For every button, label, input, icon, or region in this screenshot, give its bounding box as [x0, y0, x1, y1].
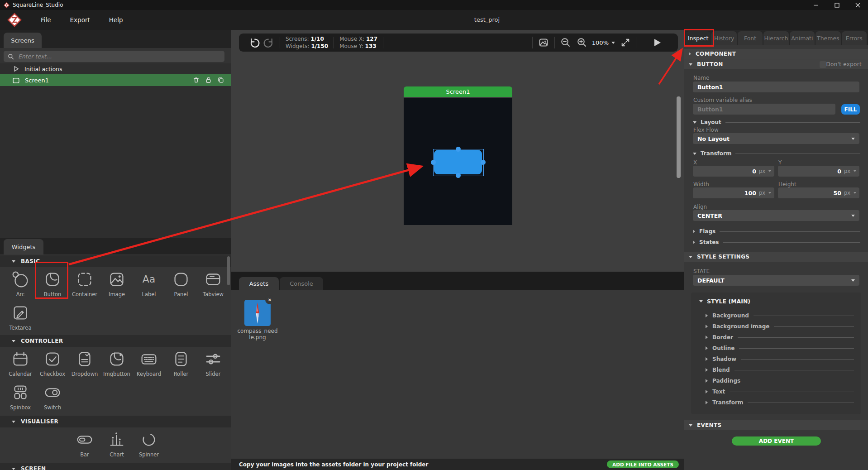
widget-spinner[interactable]: Spinner: [134, 429, 164, 463]
section-controller[interactable]: CONTROLLER: [0, 335, 231, 347]
play-icon[interactable]: [652, 37, 663, 48]
style-row-outline[interactable]: Outline: [706, 345, 854, 351]
undo-icon[interactable]: [249, 37, 260, 48]
maximize-button[interactable]: [826, 0, 847, 10]
canvas-scrollbar[interactable]: [677, 96, 681, 178]
style-settings-header[interactable]: STYLE SETTINGS: [684, 252, 868, 262]
transform-collapsible[interactable]: Transform: [693, 150, 860, 157]
tab-inspect[interactable]: Inspect: [686, 31, 711, 45]
widget-keyboard[interactable]: Keyboard: [134, 349, 164, 382]
close-button[interactable]: [847, 0, 868, 10]
style-row-paddings[interactable]: Paddings: [706, 378, 854, 384]
remove-asset-icon[interactable]: ✕: [265, 295, 274, 304]
redo-icon[interactable]: [263, 37, 274, 48]
widget-calendar[interactable]: Calendar: [5, 349, 35, 382]
widgets-scrollbar[interactable]: [227, 256, 230, 285]
tab-hierarchy[interactable]: Hierarch: [763, 31, 788, 45]
widget-chart[interactable]: Chart: [102, 429, 132, 463]
search-input[interactable]: [17, 53, 200, 60]
tab-errors[interactable]: Errors: [842, 31, 867, 45]
button-section-header[interactable]: BUTTON Don't export: [684, 59, 868, 69]
resize-handle-top[interactable]: [456, 147, 461, 152]
add-file-into-assets-button[interactable]: ADD FILE INTO ASSETS: [607, 460, 679, 468]
section-visualiser[interactable]: VISUALISER: [0, 416, 231, 427]
style-main-collapsible[interactable]: STYLE (MAIN): [699, 298, 750, 305]
tab-font[interactable]: Font: [738, 31, 763, 45]
alias-input[interactable]: Button1: [693, 104, 835, 115]
style-row-background[interactable]: Background: [706, 312, 854, 319]
events-section-header[interactable]: EVENTS: [684, 420, 868, 430]
height-input[interactable]: 50px: [778, 187, 859, 198]
resize-handle-left[interactable]: [431, 160, 436, 165]
roller-icon: [171, 349, 191, 369]
style-row-background-image[interactable]: Background image: [706, 323, 854, 330]
section-screen[interactable]: SCREEN: [0, 463, 231, 470]
widget-slider[interactable]: Slider: [198, 349, 228, 382]
states-collapsible[interactable]: States: [693, 239, 860, 245]
zoom-out-icon[interactable]: [560, 37, 571, 48]
fit-screen-icon[interactable]: [620, 38, 630, 48]
minimize-button[interactable]: [806, 0, 826, 10]
menu-file[interactable]: File: [34, 14, 57, 26]
design-screen-body[interactable]: [404, 98, 512, 225]
widget-container[interactable]: Container: [70, 269, 100, 302]
asset-thumbnail[interactable]: [244, 300, 271, 326]
tab-console[interactable]: Console: [280, 277, 323, 290]
style-row-transform[interactable]: Transform: [706, 399, 854, 406]
widget-dropdown[interactable]: Dropdown: [70, 349, 100, 382]
style-row-blend[interactable]: Blend: [706, 367, 854, 373]
widget-bar[interactable]: Bar: [70, 429, 100, 463]
layout-collapsible[interactable]: Layout: [693, 119, 860, 125]
dont-export-checkbox[interactable]: [820, 61, 826, 68]
tab-assets[interactable]: Assets: [239, 277, 279, 290]
widget-label[interactable]: Aa Label: [134, 269, 164, 302]
duplicate-icon[interactable]: [217, 76, 224, 84]
screens-search[interactable]: [4, 51, 224, 62]
tab-widgets[interactable]: Widgets: [4, 239, 43, 254]
resize-handle-right[interactable]: [481, 160, 486, 165]
widget-imgbutton[interactable]: Imgbutton: [102, 349, 132, 382]
name-input[interactable]: Button1: [693, 82, 859, 92]
x-input[interactable]: 0px: [693, 166, 774, 177]
fill-button[interactable]: FILL: [841, 104, 860, 115]
widget-arc[interactable]: Arc: [5, 269, 35, 302]
section-basic[interactable]: BASIC: [0, 255, 231, 267]
zoom-in-icon[interactable]: [577, 37, 587, 48]
tab-animations[interactable]: Animati: [790, 31, 815, 45]
zoom-dropdown-caret[interactable]: [611, 42, 615, 44]
design-screen-header[interactable]: Screen1: [404, 86, 512, 97]
add-event-button[interactable]: ADD EVENT: [732, 436, 821, 446]
widget-tabview[interactable]: Tabview: [198, 269, 228, 302]
widget-spinbox[interactable]: Spinbox: [5, 382, 35, 416]
tab-themes[interactable]: Themes: [816, 31, 840, 45]
menu-help[interactable]: Help: [103, 14, 129, 26]
style-row-text[interactable]: Text: [706, 388, 854, 395]
widget-button[interactable]: Button: [38, 269, 67, 302]
widget-textarea[interactable]: Textarea: [5, 302, 35, 336]
list-item-initial-actions[interactable]: Initial actions: [0, 63, 231, 74]
widget-roller[interactable]: Roller: [166, 349, 196, 382]
tab-history[interactable]: History: [711, 31, 736, 45]
style-row-border[interactable]: Border: [706, 334, 854, 341]
align-dropdown[interactable]: CENTER: [693, 210, 859, 221]
zoom-level[interactable]: 100%: [592, 39, 609, 46]
unlock-icon[interactable]: [205, 76, 212, 84]
widget-switch[interactable]: Switch: [38, 382, 67, 416]
style-row-shadow[interactable]: Shadow: [706, 356, 854, 362]
y-input[interactable]: 0px: [778, 166, 859, 177]
designed-button[interactable]: [434, 150, 482, 174]
flags-collapsible[interactable]: Flags: [693, 228, 860, 235]
tab-screens[interactable]: Screens: [4, 33, 42, 48]
delete-icon[interactable]: [192, 76, 200, 84]
component-section-header[interactable]: COMPONENT: [684, 49, 868, 59]
screenshot-icon[interactable]: [538, 37, 549, 48]
width-input[interactable]: 100px: [693, 187, 774, 198]
state-dropdown[interactable]: DEFAULT: [693, 275, 859, 286]
widget-panel[interactable]: Panel: [166, 269, 196, 302]
resize-handle-bottom[interactable]: [456, 173, 461, 178]
widget-image[interactable]: Image: [102, 269, 132, 302]
widget-checkbox[interactable]: Checkbox: [38, 349, 67, 382]
list-item-screen1[interactable]: Screen1: [0, 74, 231, 86]
menu-export[interactable]: Export: [64, 14, 96, 26]
flex-flow-dropdown[interactable]: No Layout: [693, 133, 859, 144]
